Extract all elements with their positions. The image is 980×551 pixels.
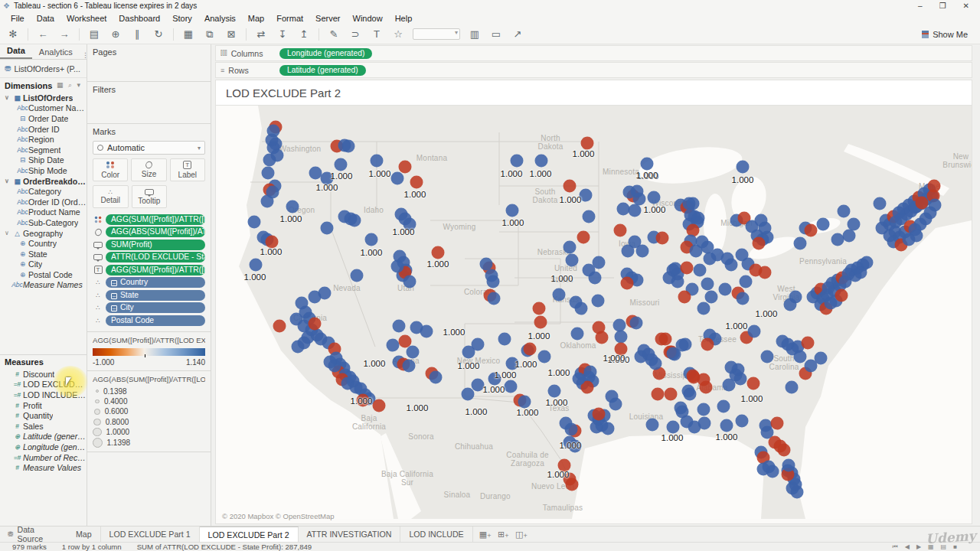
map-mark[interactable] [679, 338, 692, 351]
dimension-field-category[interactable]: AbcCategory [0, 186, 87, 197]
map-mark[interactable] [321, 222, 334, 235]
menu-analysis[interactable]: Analysis [198, 13, 242, 24]
map-mark[interactable] [910, 230, 923, 243]
dimension-field-order-date[interactable]: ⊟Order Date [0, 113, 87, 124]
map-mark[interactable] [613, 319, 626, 332]
map-mark[interactable] [391, 172, 404, 185]
map-mark[interactable] [498, 333, 511, 346]
map-mark[interactable] [737, 161, 750, 174]
new-data-source-icon[interactable]: ⊕ [109, 28, 122, 40]
map-mark[interactable] [861, 256, 874, 269]
menu-help[interactable]: Help [389, 13, 419, 24]
map-mark[interactable] [667, 347, 680, 360]
map-mark[interactable] [273, 320, 286, 333]
map-mark[interactable] [533, 302, 546, 315]
collapse-hierarchy-icon[interactable]: – [111, 305, 117, 311]
map-mark[interactable] [916, 197, 929, 210]
menu-format[interactable]: Format [270, 13, 309, 24]
map-mark[interactable] [687, 370, 700, 383]
map-mark[interactable] [348, 214, 361, 227]
dimension-field-ship-mode[interactable]: AbcShip Mode [0, 165, 87, 176]
map-mark[interactable] [571, 328, 584, 341]
save-icon[interactable]: ▤ [87, 28, 101, 40]
expand-caret-icon[interactable]: ∨ [5, 178, 11, 184]
type-in-shelf-combo[interactable] [413, 28, 460, 40]
map-mark[interactable] [636, 245, 649, 258]
map-mark[interactable] [566, 478, 579, 491]
pill-attr-lod-exclude-state[interactable]: ATTR(LOD EXCLUDE - State .. [106, 252, 205, 262]
detail-shelf-icon[interactable]: ∴ [93, 293, 103, 298]
dimension-field-listoforders[interactable]: ∨▦ListOfOrders [0, 93, 87, 103]
map-mark[interactable] [250, 259, 263, 272]
menu-story[interactable]: Story [166, 13, 198, 24]
map-mark[interactable] [929, 199, 942, 212]
menu-worksheet[interactable]: Worksheet [60, 13, 113, 24]
map-mark[interactable] [538, 350, 551, 364]
map-mark[interactable] [534, 316, 547, 329]
map-mark[interactable] [805, 360, 818, 373]
sheet-tab-map[interactable]: Map [67, 527, 101, 542]
size-legend[interactable]: AGG(ABS(SUM([Profit])/ATTR([LOD ... 0.13… [87, 371, 211, 452]
dimension-field-region[interactable]: AbcRegion [0, 134, 87, 145]
map-mark[interactable] [753, 237, 766, 250]
size-legend-item[interactable]: 0.1398 [93, 386, 205, 396]
map-mark[interactable] [802, 337, 815, 350]
dimension-field-product-name[interactable]: AbcProduct Name [0, 207, 87, 218]
map-mark[interactable] [309, 318, 322, 331]
menu-file[interactable]: File [5, 13, 31, 24]
dimension-field-state[interactable]: ⊕State [0, 249, 87, 259]
map-mark[interactable] [548, 385, 561, 398]
menu-server[interactable]: Server [309, 13, 346, 24]
mark-type-dropdown[interactable]: Automatic ▾ [93, 141, 205, 155]
map-mark[interactable] [646, 419, 659, 432]
map-mark[interactable] [682, 385, 695, 398]
new-dashboard-icon[interactable]: ⊞₊ [498, 530, 509, 540]
pause-auto-updates-icon[interactable]: ∥ [130, 28, 144, 40]
sort-descending-icon[interactable]: ↥ [297, 28, 311, 40]
dimension-field-order-id[interactable]: AbcOrder ID [0, 124, 87, 135]
map-mark[interactable] [757, 463, 770, 476]
detail-shelf-icon[interactable]: ∴ [93, 305, 103, 310]
map-mark[interactable] [719, 283, 732, 296]
map-mark[interactable] [266, 134, 279, 147]
map-mark[interactable] [602, 422, 615, 435]
map-mark[interactable] [420, 325, 433, 338]
map-mark[interactable] [524, 343, 537, 356]
tableau-logo-icon[interactable]: ✻ [6, 28, 20, 40]
map-mark[interactable] [778, 444, 791, 457]
map-mark[interactable] [696, 236, 709, 249]
find-field-icon[interactable]: ⌕ [68, 81, 74, 89]
map-mark[interactable] [365, 233, 378, 246]
dimension-field-measure-names[interactable]: AbcMeasure Names [0, 280, 87, 291]
map-mark[interactable] [511, 155, 524, 168]
map-mark[interactable] [615, 331, 628, 344]
size-legend-item[interactable]: 0.4000 [93, 396, 205, 406]
map-mark[interactable] [805, 224, 818, 237]
tab-data-source[interactable]: ⛃ Data Source [0, 527, 67, 542]
map-mark[interactable] [553, 289, 566, 302]
dimension-field-country[interactable]: ⊕Country [0, 238, 87, 249]
map-mark[interactable] [740, 276, 753, 289]
map-mark[interactable] [730, 369, 743, 382]
map-mark[interactable] [488, 292, 501, 305]
dimension-field-orderbreakdown[interactable]: ∨▦OrderBreakdown [0, 176, 87, 187]
map-mark[interactable] [736, 415, 749, 428]
detail-shelf-icon[interactable]: ∴ [93, 318, 103, 323]
map-mark[interactable] [391, 260, 404, 273]
map-mark[interactable] [747, 377, 760, 390]
redo-icon[interactable]: → [57, 28, 71, 40]
run-update-icon[interactable]: ↻ [152, 28, 165, 40]
map-mark[interactable] [784, 298, 797, 311]
dimension-field-postal-code[interactable]: ⊕Postal Code [0, 269, 87, 280]
new-story-icon[interactable]: ◫₊ [515, 530, 528, 540]
sheet-tab-lod-exclude-part-1[interactable]: LOD EXCLUDE Part 1 [101, 527, 200, 542]
map-mark[interactable] [843, 230, 856, 243]
rows-shelf[interactable]: ≡Rows Latitude (generated) [215, 62, 972, 78]
map-mark[interactable] [791, 486, 804, 499]
columns-shelf[interactable]: ⫿⫿⫿Columns Longitude (generated) [215, 45, 972, 61]
collapse-hierarchy-icon[interactable]: – [111, 280, 117, 286]
map-mark[interactable] [737, 292, 750, 305]
dimension-field-sub-category[interactable]: AbcSub-Category [0, 217, 87, 228]
measure-field-quantity[interactable]: #Quantity [0, 410, 87, 421]
map-mark[interactable] [782, 459, 795, 472]
